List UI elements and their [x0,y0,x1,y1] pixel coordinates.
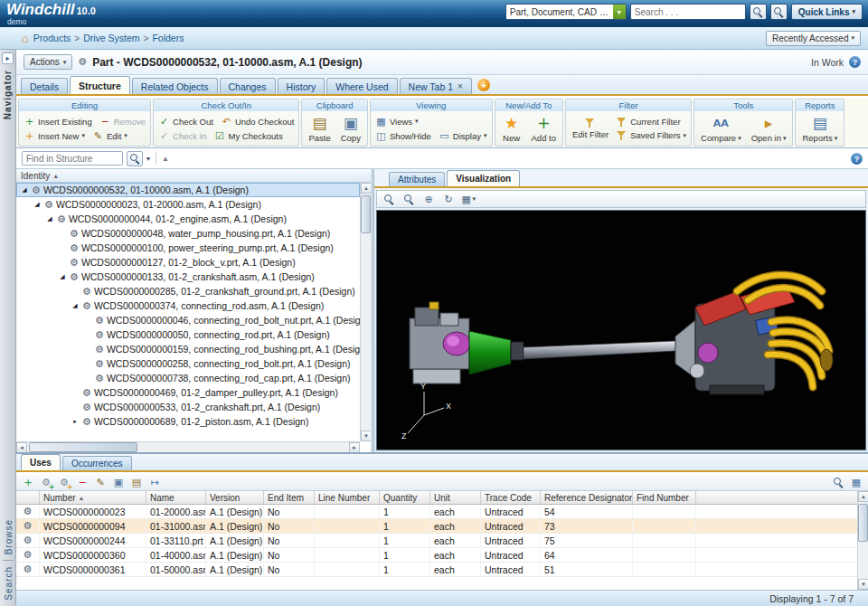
scroll-down-icon[interactable]: ▼ [858,579,868,590]
rotate-button[interactable]: ↻ [440,192,457,206]
scroll-track[interactable] [858,502,868,579]
tree-node[interactable]: ⚙WCDS0000000159, connecting_rod_bushing.… [16,342,360,356]
insert-new-button[interactable]: ⚙+ [57,476,71,489]
column-header-number[interactable]: Number▲ [40,491,146,504]
browse-tab[interactable]: Browse [4,519,14,554]
search-button[interactable] [750,4,767,20]
views-button[interactable]: ▦Views▾ [373,116,420,128]
tree-node[interactable]: ◢⚙WCDS0000000374, connecting_rod.asm, A.… [16,298,360,313]
pan-button[interactable]: ⊕ [420,192,437,206]
zoom-window-button[interactable] [381,192,397,206]
column-header-end-item[interactable]: End Item [264,491,315,504]
new-tab-button[interactable]: + [477,79,490,91]
current-filter-button[interactable]: Current Filter [615,117,682,128]
zoom-button[interactable] [401,192,417,206]
tab-occurrences[interactable]: Occurrences [62,456,132,470]
advanced-search-button[interactable] [770,4,788,20]
breadcrumb-link-products[interactable]: Products [33,33,71,43]
insert-existing-button[interactable]: ⚙+ [39,476,53,489]
3d-viewport[interactable]: Y X Z [376,210,866,450]
structure-help-icon[interactable]: ? [851,153,863,165]
actions-menu-button[interactable]: Actions ▾ [24,54,72,70]
table-row[interactable]: ⚙WCDS000000009401-31000.asmA.1 (Design)N… [16,519,857,534]
my-checkouts-button[interactable]: ☑My Checkouts [212,130,285,142]
help-icon[interactable]: ? [849,56,861,68]
uses-vertical-scrollbar[interactable]: ▲ ▼ [857,491,868,590]
scroll-thumb[interactable] [858,504,868,542]
insert-existing-button[interactable]: +Insert Existing [22,116,94,128]
scroll-track[interactable] [27,442,349,452]
home-icon[interactable]: ⌂ [22,33,29,44]
tree-node[interactable]: ⚙WCDS0000000285, 01-2_crankshaft_ground.… [16,284,360,298]
display-options-button[interactable]: ▦▾ [460,192,476,206]
scroll-track[interactable] [361,194,371,431]
tab-structure[interactable]: Structure [70,76,130,94]
tree-node[interactable]: ▸⚙WCDS0000000689, 01-2_piston.asm, A.1 (… [16,414,360,429]
insert-new-button[interactable]: +Insert New▾ [22,130,87,142]
undo-checkout-button[interactable]: ↶Undo Checkout [219,116,296,128]
scroll-thumb[interactable] [29,442,137,452]
tree-node[interactable]: ⚙WCDS0000000533, 01-2_crankshaft.prt, A.… [16,400,360,414]
tree-node[interactable]: ◢⚙WCDS0000000532, 01-10000.asm, A.1 (Des… [16,183,360,197]
tab-attributes[interactable]: Attributes [389,172,445,186]
quick-links-menu[interactable]: Quick Links ▾ [791,4,863,20]
breadcrumb-link-drive-system[interactable]: Drive System [83,33,139,43]
check-out-button[interactable]: ✓Check Out [156,116,215,128]
tab-history[interactable]: History [278,78,326,94]
search-tab[interactable]: Search [4,566,14,601]
copy-button[interactable]: ▣ [111,476,126,489]
edit-button[interactable]: ✎Edit▾ [90,130,129,142]
edit-button[interactable]: ✎ [93,476,108,489]
tree-node[interactable]: ⚙WCDS0000000048, water_pump_housing.prt,… [16,226,360,241]
expanded-caret-icon[interactable]: ◢ [33,201,42,208]
new-button[interactable]: ★New [498,114,525,143]
column-header-unit[interactable]: Unit [430,491,481,504]
display-button[interactable]: ▭Display▾ [437,130,489,142]
tab-uses[interactable]: Uses [21,454,61,470]
find-button[interactable] [127,151,143,166]
view-options-button[interactable]: ▦ [849,476,863,489]
compare-button[interactable]: AACompare▾ [697,114,745,143]
table-row[interactable]: ⚙WCDS000000024401-33110.prtA.1 (Design)N… [16,534,857,548]
expanded-caret-icon[interactable]: ◢ [58,273,67,280]
tree-node[interactable]: ⚙WCDS0000000469, 01-2_damper_pulley.prt,… [16,385,360,400]
tree-node[interactable]: ⚙WCDS0000000258, connecting_rod_bolt.prt… [16,356,360,371]
tree-horizontal-scrollbar[interactable]: ◄ ► [16,441,360,452]
scroll-thumb[interactable] [361,195,371,233]
column-header-name[interactable]: Name [146,491,206,504]
tree-node[interactable]: ◢⚙WCDS0000000133, 01-2_crankshaft.asm, A… [16,270,360,284]
search-type-select[interactable]: Part, Document, CAD D... ▾ [505,4,627,20]
paste-button[interactable]: ▤Paste [305,114,334,143]
tree-node[interactable]: ◢⚙WCDS0000000044, 01-2_engine.asm, A.1 (… [16,212,360,226]
breadcrumb-link-folders[interactable]: Folders [152,33,184,43]
table-row[interactable]: ⚙WCDS000000036101-50000.asmA.1 (Design)N… [16,563,857,577]
add-button[interactable]: + [21,476,35,489]
close-tab-icon[interactable]: × [458,82,463,91]
edit-filter-button[interactable]: Edit Filter [569,118,612,139]
expanded-caret-icon[interactable]: ◢ [20,186,29,194]
tab-where-used[interactable]: Where Used [326,78,397,94]
paste-button[interactable]: ▤ [129,476,144,489]
collapse-panel-icon[interactable]: ▲ [162,155,169,163]
identity-column-header[interactable]: Identity ▲ [16,169,371,183]
tab-new-tab-1[interactable]: New Tab 1× [400,78,472,94]
tab-details[interactable]: Details [21,78,68,94]
search-table-button[interactable] [831,476,845,489]
tab-related-objects[interactable]: Related Objects [132,78,218,94]
find-in-structure-input[interactable] [22,151,123,166]
collapsed-caret-icon[interactable]: ▸ [71,418,80,425]
table-row[interactable]: ⚙WCDS000000002301-20000.asmA.1 (Design)N… [16,505,857,519]
tree-node[interactable]: ⚙WCDS0000000100, power_steering_pump.prt… [16,241,360,255]
column-header-quantity[interactable]: Quantity [380,491,430,504]
saved-filters-button[interactable]: Saved Filters▾ [615,130,688,141]
column-header-line-number[interactable]: Line Number [315,491,380,504]
tree-node[interactable]: ⚙WCDS0000000046, connecting_rod_bolt_nut… [16,313,360,327]
reports-button[interactable]: ▤Reports▾ [798,114,841,143]
scroll-up-icon[interactable]: ▲ [858,491,868,502]
remove-button[interactable]: − [75,476,90,489]
tree-node[interactable]: ⚙WCDS0000000738, connecting_rod_cap.prt,… [16,371,360,385]
tree-node[interactable]: ⚙WCDS0000000050, connecting_rod.prt, A.1… [16,327,360,342]
add-to-button[interactable]: +Add to [528,114,560,143]
tab-visualization[interactable]: Visualization [447,170,520,186]
show-hide-button[interactable]: ◫Show/Hide [373,130,433,142]
